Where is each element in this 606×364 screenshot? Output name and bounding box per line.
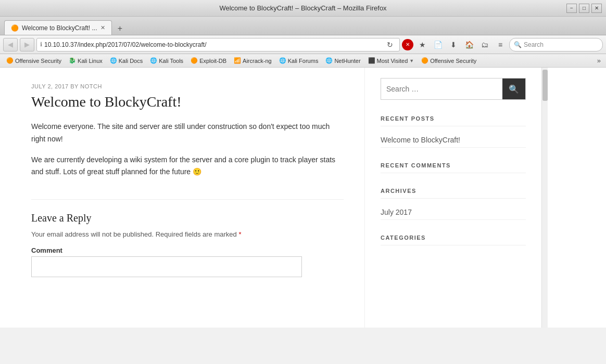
bookmark-icon: 🟠 xyxy=(421,57,428,64)
bookmark-icon: 🌐 xyxy=(110,57,117,64)
categories-title: Categories xyxy=(381,235,526,245)
bookmark-label: Kali Docs xyxy=(119,58,143,64)
bookmark-icon: 🌐 xyxy=(150,57,157,64)
post-paragraph-1: Welcome everyone. The site and server ar… xyxy=(31,121,344,146)
bookmark-label: Kali Forums xyxy=(288,58,319,64)
leave-reply-title: Leave a Reply xyxy=(31,212,344,224)
scrollbar-thumb[interactable] xyxy=(542,70,548,101)
download-button[interactable]: ⬇ xyxy=(447,38,460,51)
sidebar-search-button[interactable]: 🔍 xyxy=(502,79,525,99)
archive-link[interactable]: July 2017 xyxy=(381,205,526,220)
search-icon: 🔍 xyxy=(509,84,519,94)
comment-label: Comment xyxy=(31,246,344,254)
sidebar-search-input[interactable] xyxy=(381,79,502,99)
recent-post-link[interactable]: Welcome to BlockyCraft! xyxy=(381,133,526,148)
bookmark-offensive-security[interactable]: 🟠 Offensive Security xyxy=(3,56,65,65)
menu-button[interactable]: ≡ xyxy=(494,38,507,51)
back-button[interactable]: ◀ xyxy=(3,38,18,51)
nav-icons: ★ 📄 ⬇ 🏠 🗂 ≡ xyxy=(415,38,507,51)
bookmark-label: Kali Linux xyxy=(78,58,103,64)
bookmark-icon: 🌐 xyxy=(325,57,333,64)
forward-icon: ▶ xyxy=(24,41,30,48)
page-sidebar: 🔍 Recent Posts Welcome to BlockyCraft! R… xyxy=(364,68,541,328)
tab-close-icon[interactable]: ✕ xyxy=(100,24,105,31)
blocked-icon: ✕ xyxy=(402,39,413,50)
new-tab-button[interactable]: + xyxy=(114,22,127,35)
page-main: July 2, 2017 by Notch Welcome to BlockyC… xyxy=(0,68,364,328)
bookmark-label: NetHunter xyxy=(334,58,360,64)
sidebar-search: 🔍 xyxy=(381,78,526,100)
required-mark: * xyxy=(238,230,241,238)
forward-button[interactable]: ▶ xyxy=(20,38,34,51)
bookmark-label: Kali Tools xyxy=(159,58,183,64)
archives-section: Archives July 2017 xyxy=(381,188,526,220)
window-title: Welcome to BlockyCraft! – BlockyCraft – … xyxy=(219,4,386,12)
maximize-button[interactable]: □ xyxy=(579,4,589,13)
bookmark-most-visited[interactable]: ⬛ Most Visited ▼ xyxy=(365,56,418,65)
window-controls: − □ ✕ xyxy=(566,4,602,13)
bookmark-label: Offensive Security xyxy=(430,58,476,64)
star-button[interactable]: ★ xyxy=(415,38,429,51)
recent-posts-section: Recent Posts Welcome to BlockyCraft! xyxy=(381,115,526,148)
browser-search-text: Search xyxy=(524,41,544,48)
bookmark-icon: 🌐 xyxy=(279,57,286,64)
bookmark-aircrack[interactable]: 📶 Aircrack-ng xyxy=(231,56,275,65)
bookmark-kali-forums[interactable]: 🌐 Kali Forums xyxy=(276,56,322,65)
home-button[interactable]: 🏠 xyxy=(462,38,476,51)
back-icon: ◀ xyxy=(8,41,13,48)
chevron-down-icon: ▼ xyxy=(409,58,414,63)
nav-bar: ◀ ▶ ℹ 10.10.10.37/index.php/2017/07/02/w… xyxy=(0,35,606,54)
comment-input[interactable] xyxy=(31,256,302,277)
info-icon: ℹ xyxy=(40,41,42,48)
bookmark-icon: 📶 xyxy=(234,57,241,64)
bookmark-nethunter[interactable]: 🌐 NetHunter xyxy=(322,56,363,65)
recent-posts-title: Recent Posts xyxy=(381,115,526,126)
bookmark-kali-docs[interactable]: 🌐 Kali Docs xyxy=(107,56,146,65)
active-tab[interactable]: 🟠 Welcome to BlockyCraft! ... ✕ xyxy=(4,20,112,35)
minimize-button[interactable]: − xyxy=(566,4,577,13)
more-bookmarks-button[interactable]: » xyxy=(595,56,603,66)
archives-title: Archives xyxy=(381,188,526,199)
post-title: Welcome to BlockyCraft! xyxy=(31,94,344,110)
bookmark-label: Most Visited xyxy=(377,58,408,64)
bookmark-label: Offensive Security xyxy=(15,58,61,64)
bookmarks-bar: 🟠 Offensive Security 🐉 Kali Linux 🌐 Kali… xyxy=(0,54,606,68)
search-icon: 🔍 xyxy=(514,41,522,48)
bookmark-label: Exploit-DB xyxy=(199,58,226,64)
url-bar[interactable]: ℹ 10.10.10.37/index.php/2017/07/02/welco… xyxy=(36,38,400,51)
bookmark-icon: 🟠 xyxy=(6,57,14,64)
tab-label: Welcome to BlockyCraft! ... xyxy=(22,24,97,32)
post-body: Welcome everyone. The site and server ar… xyxy=(31,121,344,178)
pocket-button[interactable]: 🗂 xyxy=(478,38,491,51)
categories-section: Categories xyxy=(381,235,526,245)
browser-content: July 2, 2017 by Notch Welcome to BlockyC… xyxy=(0,68,606,328)
reply-note: Your email address will not be published… xyxy=(31,230,344,238)
browser-search-bar[interactable]: 🔍 Search xyxy=(509,38,603,51)
bookmark-icon: 🟠 xyxy=(191,57,198,64)
recent-comments-section: Recent Comments xyxy=(381,162,526,173)
recent-comments-title: Recent Comments xyxy=(381,162,526,173)
bookmark-icon: ⬛ xyxy=(368,57,375,64)
reading-mode-button[interactable]: 📄 xyxy=(431,38,445,51)
bookmark-offensive-security-2[interactable]: 🟠 Offensive Security xyxy=(418,56,479,65)
post-meta: July 2, 2017 by Notch xyxy=(31,83,344,89)
url-text: 10.10.10.37/index.php/2017/07/02/welcome… xyxy=(44,41,382,48)
post-paragraph-2: We are currently developing a wiki syste… xyxy=(31,154,344,179)
bookmark-kali-linux[interactable]: 🐉 Kali Linux xyxy=(66,56,106,65)
tab-bar: 🟠 Welcome to BlockyCraft! ... ✕ + xyxy=(0,17,606,35)
bookmark-icon: 🐉 xyxy=(69,57,76,64)
scrollbar[interactable] xyxy=(541,68,548,328)
title-bar: Welcome to BlockyCraft! – BlockyCraft – … xyxy=(0,0,606,17)
bookmark-kali-tools[interactable]: 🌐 Kali Tools xyxy=(147,56,186,65)
reload-button[interactable]: ↻ xyxy=(384,38,396,51)
bookmark-label: Aircrack-ng xyxy=(243,58,272,64)
close-button[interactable]: ✕ xyxy=(591,4,602,13)
bookmark-exploit-db[interactable]: 🟠 Exploit-DB xyxy=(187,56,230,65)
leave-reply-section: Leave a Reply Your email address will no… xyxy=(31,199,344,277)
tab-favicon: 🟠 xyxy=(11,24,19,32)
